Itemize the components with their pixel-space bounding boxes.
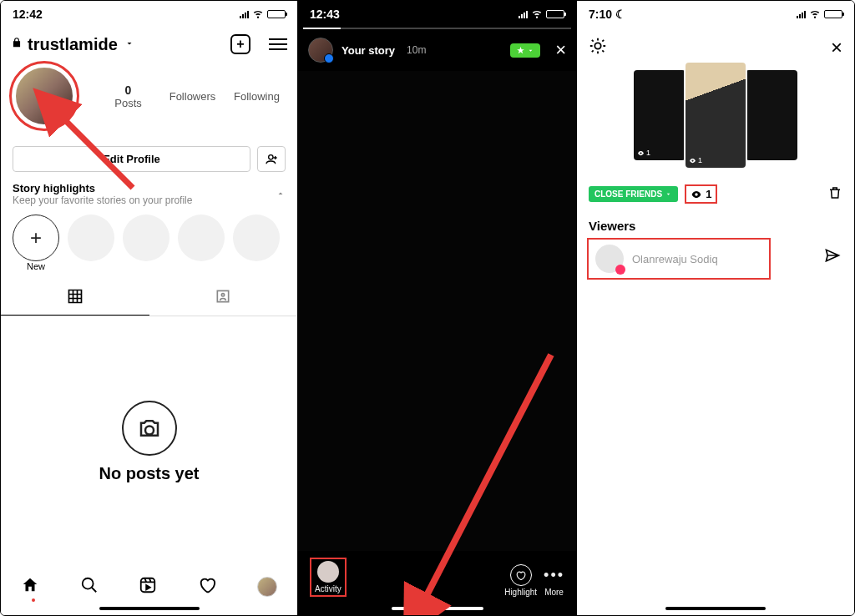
activity-button[interactable]: Activity xyxy=(315,561,341,593)
status-time: 12:42 xyxy=(13,8,43,21)
wifi-icon xyxy=(252,8,264,22)
highlight-label: Highlight xyxy=(504,588,537,597)
home-tab[interactable] xyxy=(21,576,39,598)
avatar-image xyxy=(14,66,74,126)
wifi-icon xyxy=(809,8,821,22)
svg-rect-2 xyxy=(141,578,155,593)
activity-tab[interactable] xyxy=(198,576,216,598)
highlight-placeholder xyxy=(178,215,225,271)
search-tab[interactable] xyxy=(80,576,99,598)
svg-point-1 xyxy=(83,578,94,589)
close-button[interactable]: × xyxy=(831,36,842,59)
highlight-placeholder xyxy=(233,215,280,271)
battery-icon xyxy=(546,10,564,18)
discover-people-button[interactable] xyxy=(257,146,286,172)
battery-icon xyxy=(824,10,842,18)
battery-icon xyxy=(267,10,286,18)
tagged-tab[interactable] xyxy=(149,281,298,316)
highlight-placeholder xyxy=(68,215,114,271)
edit-profile-button[interactable]: Edit Profile xyxy=(13,146,250,172)
create-button[interactable]: + xyxy=(230,34,250,54)
heart-icon xyxy=(510,564,532,586)
story-time: 10m xyxy=(407,44,426,56)
story-avatar[interactable] xyxy=(308,38,333,63)
no-posts-text: No posts yet xyxy=(99,464,199,483)
status-bar: 7:10☾ xyxy=(577,1,854,28)
highlight-new-label: New xyxy=(13,261,59,271)
viewer-avatar-icon xyxy=(317,561,339,583)
story-thumbnails: 1 1 xyxy=(577,63,854,179)
grid-tab[interactable] xyxy=(1,281,149,316)
dnd-icon: ☾ xyxy=(615,8,626,21)
camera-icon xyxy=(122,401,177,456)
status-time: 12:43 xyxy=(310,8,340,21)
lock-icon xyxy=(11,37,23,52)
chevron-down-icon[interactable] xyxy=(124,37,134,52)
menu-button[interactable] xyxy=(269,38,287,50)
viewer-avatar[interactable] xyxy=(595,245,624,273)
close-button[interactable]: × xyxy=(555,39,566,61)
story-thumb[interactable]: 1 xyxy=(634,70,686,160)
viewers-heading: Viewers xyxy=(577,209,854,238)
viewer-row-highlight: Olanrewaju Sodiq xyxy=(587,238,771,280)
view-count: 1 xyxy=(706,188,711,200)
reels-tab[interactable] xyxy=(139,576,157,598)
username-dropdown[interactable]: trustlamide xyxy=(28,35,118,54)
story-content[interactable] xyxy=(298,71,576,551)
highlights-subtitle: Keep your favorite stories on your profi… xyxy=(13,194,192,206)
posts-stat[interactable]: 0Posts xyxy=(96,83,160,109)
more-label: More xyxy=(544,588,564,597)
viewer-name[interactable]: Olanrewaju Sodiq xyxy=(632,253,718,265)
highlight-new[interactable]: + New xyxy=(13,215,59,271)
close-friends-badge[interactable] xyxy=(510,43,540,58)
more-button[interactable]: ••• More xyxy=(544,566,564,597)
story-title[interactable]: Your story xyxy=(341,44,395,57)
home-indicator xyxy=(665,607,766,610)
highlight-placeholder xyxy=(123,215,169,271)
close-friends-dropdown[interactable]: CLOSE FRIENDS xyxy=(589,186,678,202)
more-icon: ••• xyxy=(544,566,564,588)
signal-icon xyxy=(519,11,528,18)
followers-stat[interactable]: Followers xyxy=(160,90,225,103)
highlight-button[interactable]: Highlight xyxy=(504,564,537,597)
activity-label: Activity xyxy=(315,584,341,593)
following-stat[interactable]: Following xyxy=(225,90,289,103)
status-time: 7:10 xyxy=(589,8,612,21)
profile-tab[interactable] xyxy=(257,577,277,597)
status-bar: 12:42 xyxy=(1,1,297,28)
home-indicator xyxy=(99,607,200,610)
share-button[interactable] xyxy=(824,247,841,267)
activity-button-highlight: Activity xyxy=(310,558,347,597)
wifi-icon xyxy=(531,8,543,22)
story-progress xyxy=(303,28,571,29)
story-thumb[interactable] xyxy=(746,70,797,160)
signal-icon xyxy=(240,11,249,18)
profile-avatar-story[interactable] xyxy=(9,61,79,131)
settings-button[interactable] xyxy=(589,37,607,58)
highlights-title: Story highlights xyxy=(13,182,192,194)
story-thumb-active[interactable]: 1 xyxy=(686,63,746,168)
chevron-up-icon[interactable] xyxy=(276,187,286,202)
view-count-highlight: 1 xyxy=(685,184,717,204)
signal-icon xyxy=(797,11,806,18)
delete-button[interactable] xyxy=(827,185,842,204)
notification-dot xyxy=(32,598,35,602)
home-indicator xyxy=(392,607,483,610)
status-bar: 12:43 xyxy=(298,1,576,28)
